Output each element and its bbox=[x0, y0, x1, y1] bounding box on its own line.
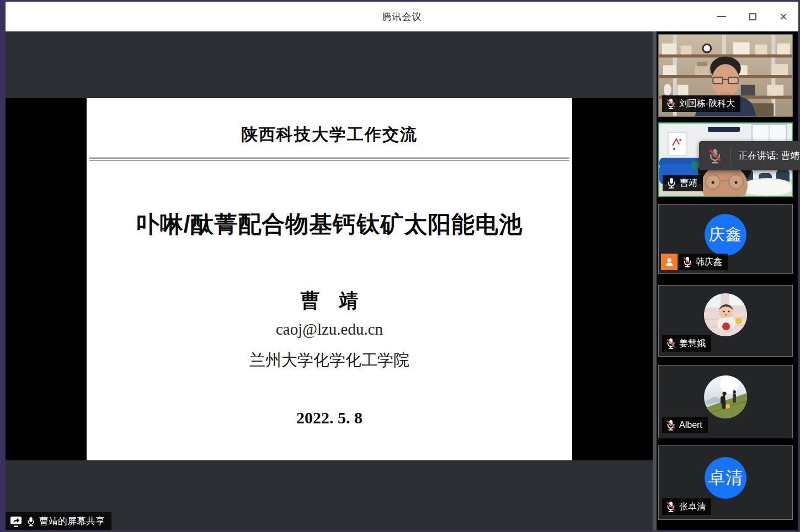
window-title: 腾讯会议 bbox=[382, 10, 422, 23]
participant-name: Albert bbox=[679, 420, 702, 430]
slide-title: 卟啉/酞菁配合物基钙钛矿太阳能电池 bbox=[87, 209, 572, 240]
screen-share-banner: 曹靖的屏幕共享 bbox=[6, 512, 111, 530]
participant-tile-albert[interactable]: Albert bbox=[658, 365, 793, 438]
speaking-toast-label: 正在讲话: 曹靖 bbox=[738, 149, 799, 162]
participant-name: 刘国栋-陕科大 bbox=[679, 98, 735, 110]
presentation-slide: 陕西科技大学工作交流 卟啉/酞菁配合物基钙钛矿太阳能电池 曹 靖 caoj@lz… bbox=[87, 98, 572, 460]
slide-header: 陕西科技大学工作交流 bbox=[87, 123, 572, 146]
avatar-photo bbox=[704, 375, 747, 418]
close-icon[interactable]: ✕ bbox=[776, 9, 791, 24]
screen-share-icon bbox=[9, 515, 23, 528]
participant-name: 张卓清 bbox=[679, 501, 706, 513]
mic-muted-icon bbox=[666, 98, 676, 109]
mic-muted-icon bbox=[666, 501, 676, 512]
name-badge: 曹靖 bbox=[663, 175, 703, 191]
participant-tile-jianghuie[interactable]: 姜慧娥 bbox=[658, 285, 793, 357]
name-badge: Albert bbox=[662, 417, 708, 433]
mic-on-icon bbox=[26, 516, 35, 527]
speaking-toast: 正在讲话: 曹靖 bbox=[699, 141, 800, 170]
toast-divider bbox=[730, 147, 730, 165]
participant-tile-hanqingxin[interactable]: 庆鑫 韩庆鑫 bbox=[658, 204, 793, 274]
guest-icon bbox=[661, 254, 678, 270]
slide-email: caoj@lzu.edu.cn bbox=[87, 320, 572, 338]
shared-screen-content: 陕西科技大学工作交流 卟啉/酞菁配合物基钙钛矿太阳能电池 曹 靖 caoj@lz… bbox=[6, 98, 653, 460]
participants-sidebar: 刘国栋-陕科大 bbox=[657, 31, 798, 530]
slide-date: 2022. 5. 8 bbox=[87, 409, 572, 427]
slide-author: 曹 靖 bbox=[87, 288, 572, 314]
name-badge: 张卓清 bbox=[662, 498, 711, 515]
avatar-photo bbox=[704, 293, 747, 336]
participant-name: 曹靖 bbox=[680, 178, 697, 189]
avatar: 卓清 bbox=[705, 457, 746, 499]
slide-affiliation: 兰州大学化学化工学院 bbox=[87, 350, 572, 372]
window-controls: ✕ bbox=[714, 2, 791, 31]
sidebar-resize-divider[interactable] bbox=[653, 31, 657, 530]
participant-tile-zhangzhuoqing[interactable]: 卓清 张卓清 bbox=[658, 445, 793, 520]
participant-name: 韩庆鑫 bbox=[696, 256, 722, 268]
meeting-window: 腾讯会议 ✕ 陕西科技大学工作交流 卟啉/酞菁配合物基钙钛矿太阳能电池 曹 靖 … bbox=[0, 0, 800, 532]
slide-header-rule bbox=[89, 157, 569, 161]
mic-muted-icon[interactable] bbox=[708, 148, 722, 164]
mic-muted-icon bbox=[666, 420, 676, 431]
avatar: 庆鑫 bbox=[705, 214, 746, 256]
screen-share-banner-label: 曹靖的屏幕共享 bbox=[39, 515, 105, 528]
participant-tile-liuguodong[interactable]: 刘国栋-陕科大 bbox=[658, 34, 793, 117]
mic-muted-icon bbox=[666, 338, 676, 349]
name-badge: 韩庆鑫 bbox=[661, 254, 728, 270]
maximize-icon[interactable] bbox=[745, 9, 760, 24]
minimize-icon[interactable] bbox=[714, 9, 729, 24]
shared-screen-area: 陕西科技大学工作交流 卟啉/酞菁配合物基钙钛矿太阳能电池 曹 靖 caoj@lz… bbox=[6, 31, 653, 530]
name-badge: 刘国栋-陕科大 bbox=[662, 95, 740, 112]
name-badge: 姜慧娥 bbox=[662, 335, 711, 352]
mic-muted-icon bbox=[682, 256, 692, 267]
window-titlebar[interactable]: 腾讯会议 ✕ bbox=[6, 2, 798, 31]
participant-name: 姜慧娥 bbox=[679, 338, 706, 350]
mic-on-icon bbox=[666, 178, 676, 189]
